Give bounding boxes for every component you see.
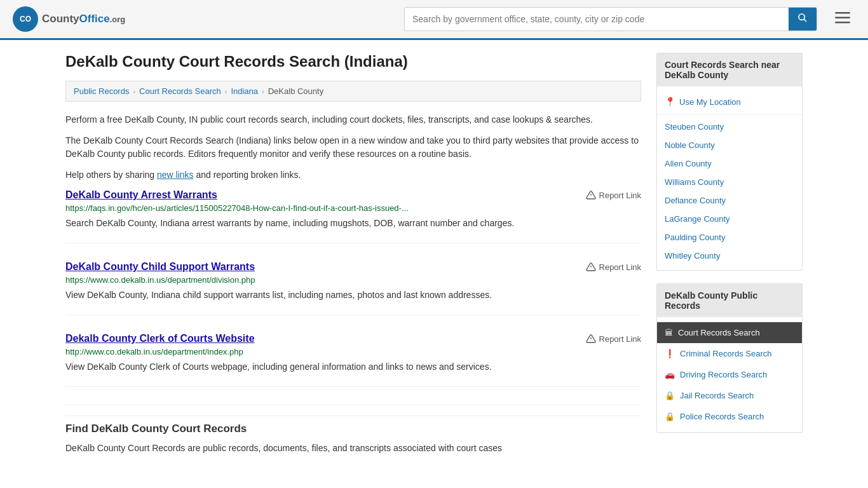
report-link-3[interactable]: Report Link <box>586 334 641 344</box>
report-label-3: Report Link <box>599 334 641 344</box>
breadcrumb-sep-1: › <box>133 88 135 95</box>
sidebar-nearby-content: 📍 Use My Location Steuben County Noble C… <box>657 86 802 270</box>
sidebar-steuben[interactable]: Steuben County <box>657 118 802 136</box>
sidebar-paulding-label: Paulding County <box>665 233 725 242</box>
sidebar-nav-content: 🏛 Court Records Search ❗ Criminal Record… <box>657 317 802 432</box>
search-button[interactable] <box>789 8 817 30</box>
driving-records-icon: 🚗 <box>665 370 675 379</box>
svg-point-2 <box>799 14 804 20</box>
sidebar: Court Records Search near DeKalb County … <box>656 53 803 463</box>
breadcrumb-sep-2: › <box>225 88 227 95</box>
result-title-1[interactable]: DeKalb County Arrest Warrants <box>65 189 217 201</box>
search-input[interactable] <box>405 8 789 30</box>
sidebar-lagrange-label: LaGrange County <box>665 214 730 224</box>
logo-icon: CO <box>13 6 38 32</box>
breadcrumb-public-records[interactable]: Public Records <box>74 86 129 96</box>
result-title-3[interactable]: Dekalb County Clerk of Courts Website <box>65 333 255 344</box>
result-desc-1: Search DeKalb County, Indiana arrest war… <box>65 217 641 230</box>
sidebar-nav-police-label: Police Records Search <box>680 412 764 421</box>
svg-rect-6 <box>835 22 850 24</box>
sidebar-nav-jail[interactable]: 🔒 Jail Records Search <box>657 385 802 406</box>
sidebar-allen[interactable]: Allen County <box>657 154 802 173</box>
result-title-2[interactable]: DeKalb County Child Support Warrants <box>65 261 255 273</box>
breadcrumb: Public Records › Court Records Search › … <box>65 81 641 102</box>
breadcrumb-indiana[interactable]: Indiana <box>231 86 258 96</box>
jail-records-icon: 🔒 <box>665 391 675 400</box>
breadcrumb-sep-3: › <box>262 88 264 95</box>
result-header-2: DeKalb County Child Support Warrants Rep… <box>65 261 641 273</box>
menu-button[interactable] <box>830 8 855 30</box>
svg-rect-5 <box>835 17 850 19</box>
header: CO CountyOffice.org <box>0 0 868 40</box>
report-link-2[interactable]: Report Link <box>586 262 641 272</box>
svg-text:CO: CO <box>20 15 31 24</box>
svg-line-3 <box>804 19 806 22</box>
criminal-records-icon: ❗ <box>665 349 675 358</box>
sidebar-nearby-box: Court Records Search near DeKalb County … <box>656 53 803 271</box>
sidebar-nav-police[interactable]: 🔒 Police Records Search <box>657 406 802 427</box>
sidebar-defiance-label: Defiance County <box>665 196 726 205</box>
description-3: Help others by sharing new links and rep… <box>65 168 641 182</box>
sidebar-lagrange[interactable]: LaGrange County <box>657 210 802 228</box>
logo[interactable]: CO CountyOffice.org <box>13 6 125 32</box>
find-section-title: Find DeKalb County Court Records <box>65 416 641 435</box>
breadcrumb-current: DeKalb County <box>268 86 323 96</box>
report-link-1[interactable]: Report Link <box>586 190 641 200</box>
sidebar-steuben-label: Steuben County <box>665 122 724 132</box>
find-section-desc: DeKalb County Court Records are public r… <box>65 442 641 455</box>
use-my-location[interactable]: 📍 Use My Location <box>657 92 802 112</box>
description-2: The DeKalb County Court Records Search (… <box>65 134 641 161</box>
result-header-3: Dekalb County Clerk of Courts Website Re… <box>65 333 641 344</box>
sidebar-noble-label: Noble County <box>665 140 715 150</box>
sidebar-paulding[interactable]: Paulding County <box>657 228 802 247</box>
divider-1 <box>657 114 802 115</box>
sidebar-whitley-label: Whitley County <box>665 251 720 261</box>
sidebar-whitley[interactable]: Whitley County <box>657 247 802 265</box>
police-records-icon: 🔒 <box>665 412 675 421</box>
result-desc-2: View DeKalb County, Indiana child suppor… <box>65 288 641 302</box>
sidebar-nav-court-label: Court Records Search <box>678 328 760 337</box>
new-links[interactable]: new links <box>157 170 194 180</box>
sidebar-public-records-box: DeKalb County Public Records 🏛 Court Rec… <box>656 283 803 433</box>
report-label-2: Report Link <box>599 262 641 272</box>
content-area: DeKalb County Court Records Search (Indi… <box>65 53 641 463</box>
sidebar-nav-driving-label: Driving Records Search <box>680 370 767 379</box>
use-location-label: Use My Location <box>679 97 741 107</box>
description-1: Perform a free DeKalb County, IN public … <box>65 113 641 126</box>
sidebar-nav-driving[interactable]: 🚗 Driving Records Search <box>657 364 802 385</box>
search-bar <box>404 7 817 31</box>
svg-rect-4 <box>835 12 850 14</box>
sidebar-nearby-header: Court Records Search near DeKalb County <box>657 53 802 86</box>
sidebar-allen-label: Allen County <box>665 159 712 168</box>
result-item-2: DeKalb County Child Support Warrants Rep… <box>65 261 641 315</box>
result-header-1: DeKalb County Arrest Warrants Report Lin… <box>65 189 641 201</box>
page-title: DeKalb County Court Records Search (Indi… <box>65 53 641 71</box>
court-records-icon: 🏛 <box>665 328 673 337</box>
result-url-1: https://faqs.in.gov/hc/en-us/articles/11… <box>65 203 641 213</box>
sidebar-williams-label: Williams County <box>665 177 724 187</box>
result-desc-3: View DeKalb County Clerk of Courts webpa… <box>65 360 641 374</box>
result-url-2: https://www.co.dekalb.in.us/department/d… <box>65 275 641 285</box>
result-url-3: http://www.co.dekalb.in.us/department/in… <box>65 347 641 356</box>
sidebar-noble[interactable]: Noble County <box>657 136 802 154</box>
sidebar-defiance[interactable]: Defiance County <box>657 191 802 210</box>
sidebar-nav-criminal-label: Criminal Records Search <box>680 349 772 358</box>
sidebar-williams[interactable]: Williams County <box>657 173 802 191</box>
report-label-1: Report Link <box>599 191 641 200</box>
sidebar-nav-jail-label: Jail Records Search <box>680 391 754 400</box>
main-container: DeKalb County Court Records Search (Indi… <box>53 40 815 475</box>
breadcrumb-court-records[interactable]: Court Records Search <box>139 86 221 96</box>
sidebar-nav-criminal[interactable]: ❗ Criminal Records Search <box>657 343 802 364</box>
result-item-1: DeKalb County Arrest Warrants Report Lin… <box>65 189 641 243</box>
result-item-3: Dekalb County Clerk of Courts Website Re… <box>65 333 641 387</box>
sidebar-public-records-header: DeKalb County Public Records <box>657 284 802 317</box>
find-section: Find DeKalb County Court Records DeKalb … <box>65 405 641 455</box>
sidebar-nav-court-records[interactable]: 🏛 Court Records Search <box>657 322 802 343</box>
